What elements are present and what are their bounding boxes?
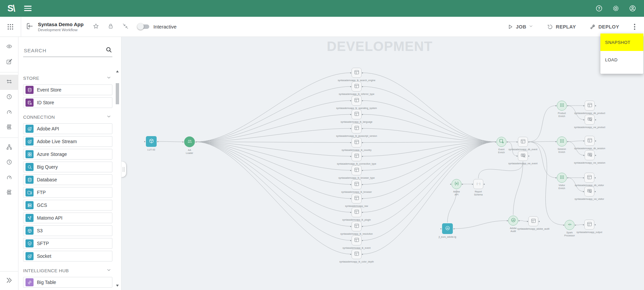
palette-item-big-query[interactable]: Big Query: [23, 162, 112, 172]
node-lk_language[interactable]: syntasademoapp_lk_language: [352, 109, 362, 119]
input-port[interactable]: [495, 141, 496, 142]
input-port[interactable]: [350, 184, 351, 185]
node-lk_connection_type[interactable]: syntasademoapp_lk_connection_type: [352, 151, 362, 161]
output-port[interactable]: [595, 140, 596, 141]
node-event_enrich[interactable]: Event Enrich: [496, 137, 506, 147]
palette-item-socket[interactable]: Socket: [23, 251, 112, 262]
output-port[interactable]: [362, 212, 363, 213]
account-icon[interactable]: [629, 4, 637, 12]
rail-item-datasets[interactable]: [0, 120, 18, 135]
node-db_product[interactable]: syntasademoapp_db_product: [585, 101, 595, 111]
input-port[interactable]: [350, 100, 351, 101]
output-port[interactable]: [362, 170, 363, 171]
palette-item-adobe-api[interactable]: Adobe API: [23, 123, 112, 134]
output-port[interactable]: [528, 156, 529, 157]
output-port[interactable]: [362, 198, 363, 199]
scroll-down-arrow-icon[interactable]: [116, 285, 119, 287]
output-port[interactable]: [595, 224, 596, 225]
workflow-canvas[interactable]: DEVELOPMENT LUT-930101011 AA Loader synt…: [121, 37, 644, 290]
node-lk_browser_type[interactable]: syntasademoapp_lk_browser_type: [352, 165, 362, 175]
collapse-arrows-icon[interactable]: [122, 22, 129, 31]
output-port[interactable]: [567, 141, 568, 142]
favorite-star-icon[interactable]: [92, 22, 100, 31]
node-adobe_audit[interactable]: Adobe Audit: [508, 216, 518, 226]
rail-item-monitor[interactable]: [0, 105, 18, 120]
rail-item-view[interactable]: [0, 40, 18, 55]
output-port[interactable]: [567, 105, 568, 106]
node-s3_source[interactable]: LUT-93: [146, 136, 157, 147]
node-lk_event[interactable]: syntasademoapp_lk_event: [352, 235, 362, 245]
palette-item-sftp[interactable]: SFTP: [23, 238, 112, 249]
node-product_enrich[interactable]: Product Enrich: [557, 101, 567, 111]
input-port[interactable]: [563, 225, 564, 226]
node-lk_resolution[interactable]: syntasademoapp_lk_resolution: [352, 221, 362, 231]
input-port[interactable]: [350, 240, 351, 241]
input-port[interactable]: [583, 140, 584, 141]
expand-panel-button[interactable]: [0, 271, 18, 290]
interactive-toggle[interactable]: [138, 24, 149, 29]
palette-item-id-store[interactable]: ID Store: [23, 97, 112, 108]
output-port[interactable]: [595, 191, 596, 192]
output-port[interactable]: [362, 156, 363, 157]
input-port[interactable]: [350, 156, 351, 157]
rail-item-process-flow[interactable]: [0, 75, 18, 90]
input-port[interactable]: [440, 228, 441, 229]
hamburger-menu-icon[interactable]: [24, 6, 32, 11]
palette-item-gcs[interactable]: GCS: [23, 200, 112, 211]
rail-item-edit[interactable]: [0, 55, 18, 70]
palette-item-big-table[interactable]: Big Table: [23, 277, 112, 288]
node-spark[interactable]: </> Spark Processor: [565, 220, 575, 230]
palette-item-database[interactable]: Database: [23, 174, 112, 185]
menu-item-load[interactable]: LOAD: [600, 51, 643, 68]
input-port[interactable]: [583, 224, 584, 225]
output-port[interactable]: [362, 226, 363, 227]
input-port[interactable]: [350, 142, 351, 143]
node-vw_event[interactable]: syntasademoapp_vw_event: [518, 151, 528, 161]
output-port[interactable]: [595, 177, 596, 178]
input-port[interactable]: [583, 177, 584, 178]
output-port[interactable]: [595, 119, 596, 120]
output-port[interactable]: [362, 240, 363, 241]
search-icon[interactable]: [105, 46, 112, 55]
output-port[interactable]: [453, 228, 454, 229]
input-port[interactable]: [517, 156, 518, 157]
palette-item-azure-storage[interactable]: Azure Storage: [23, 149, 112, 160]
output-port[interactable]: [362, 184, 363, 185]
panel-collapse-handle[interactable]: [121, 162, 126, 177]
node-vw_product[interactable]: syntasademoapp_vw_product: [585, 115, 595, 125]
input-port[interactable]: [350, 86, 351, 87]
node-session_enrich[interactable]: Session Enrich: [557, 136, 567, 147]
output-port[interactable]: [362, 114, 363, 115]
palette-item-adobe-live-stream[interactable]: Adobe Live Stream: [23, 136, 112, 147]
input-port[interactable]: [527, 221, 528, 222]
syntasa-logo[interactable]: S\: [7, 3, 15, 14]
node-lk_color_depth[interactable]: syntasademoapp_lk_color_depth: [352, 249, 362, 259]
input-port[interactable]: [350, 198, 351, 199]
input-port[interactable]: [555, 105, 556, 106]
input-port[interactable]: [350, 72, 351, 73]
output-port[interactable]: [507, 141, 508, 142]
input-port[interactable]: [350, 128, 351, 129]
section-header-connection[interactable]: CONNECTION: [23, 114, 112, 120]
input-port[interactable]: [350, 254, 351, 255]
node-lk_referrer_type[interactable]: syntasademoapp_lk_referrer_type: [352, 81, 362, 92]
input-port[interactable]: [350, 226, 351, 227]
palette-item-event-store[interactable]: Event Store: [23, 84, 112, 95]
node-report_schema[interactable]: {···} Report Schema: [473, 179, 483, 189]
output-port[interactable]: [196, 141, 197, 142]
node-adobe_api[interactable]: Adobe API: [451, 179, 462, 189]
app-grid-icon[interactable]: [0, 23, 21, 31]
replay-button[interactable]: REPLAY: [547, 23, 576, 30]
output-port[interactable]: [362, 254, 363, 255]
node-lk_browser[interactable]: syntasademoapp_lk_browser: [352, 179, 362, 189]
node-lk_operating_system[interactable]: syntasademoapp_lk_operating_system: [352, 96, 362, 106]
settings-gear-icon[interactable]: [612, 4, 620, 12]
node-aa_loader[interactable]: 0101011 AA Loader: [184, 136, 195, 147]
rail-item-monitor-alt[interactable]: [0, 170, 18, 185]
node-visitor_enrich[interactable]: Visitor Enrich: [557, 173, 567, 183]
input-port[interactable]: [517, 141, 518, 142]
section-header-intelligence-hub[interactable]: INTELLIGENCE HUB: [23, 268, 112, 274]
input-port[interactable]: [555, 177, 556, 178]
output-port[interactable]: [362, 100, 363, 101]
input-port[interactable]: [350, 114, 351, 115]
